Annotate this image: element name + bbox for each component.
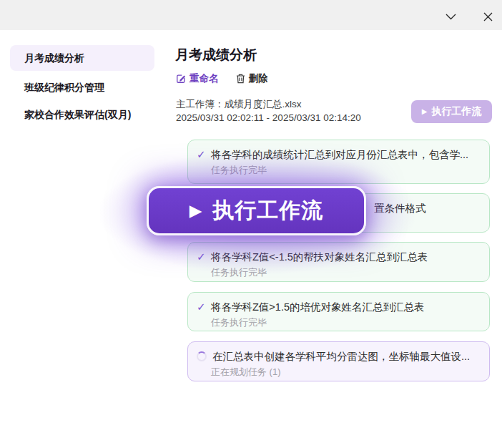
run-workflow-small-label: 执行工作流 (431, 105, 481, 118)
task-status: 正在规划任务 (1) (211, 366, 481, 379)
task-card-3[interactable]: ✓ 将各学科Z值<-1.5的帮扶对象姓名汇总到汇总表 任务执行完毕 (187, 242, 490, 282)
task-status: 任务执行完毕 (211, 164, 481, 177)
workbook-info: 主工作簿：成绩月度汇总.xlsx (176, 98, 302, 111)
task-text: 将各学科Z值<-1.5的帮扶对象姓名汇总到汇总表 (211, 250, 428, 263)
task-card-4[interactable]: ✓ 将各学科Z值>1.5的培优对象姓名汇总到汇总表 任务执行完毕 (187, 292, 490, 331)
time-range: 2025/03/31 02:02:11 - 2025/03/31 02:14:2… (176, 112, 361, 123)
action-bar: 重命名 删除 (176, 72, 268, 85)
spinner-icon (197, 351, 207, 361)
task-text: 将各学科Z值>1.5的培优对象姓名汇总到汇总表 (211, 301, 424, 313)
page-title: 月考成绩分析 (175, 46, 257, 64)
chevron-down-icon (446, 14, 456, 20)
workflow-panel-window: 月考成绩分析 班级纪律积分管理 家校合作效果评估(双月) 月考成绩分析 重命名 … (0, 0, 502, 448)
delete-button[interactable]: 删除 (236, 72, 268, 85)
sidebar-item-home-school-evaluation[interactable]: 家校合作效果评估(双月) (10, 102, 154, 127)
check-icon: ✓ (197, 148, 211, 161)
play-icon: ▶ (190, 203, 202, 219)
play-icon: ▶ (422, 108, 428, 115)
sidebar-item-monthly-exam-analysis[interactable]: 月考成绩分析 (10, 45, 154, 71)
rename-button[interactable]: 重命名 (176, 72, 219, 85)
edit-icon (176, 74, 186, 84)
sidebar-item-class-discipline-points[interactable]: 班级纪律积分管理 (10, 74, 154, 100)
check-icon: ✓ (197, 301, 211, 313)
task-text: 将各学科的成绩统计汇总到对应月份汇总表中，包含学... (211, 148, 468, 161)
titlebar (0, 0, 502, 30)
task-status: 任务执行完毕 (211, 266, 481, 279)
task-text: 在汇总表中创建各学科平均分雷达图，坐标轴最大值设... (212, 350, 470, 363)
task-card-1[interactable]: ✓ 将各学科的成绩统计汇总到对应月份汇总表中，包含学... 任务执行完毕 (187, 140, 490, 184)
task-text: 置条件格式 (374, 202, 426, 215)
delete-label: 删除 (249, 72, 268, 85)
check-icon: ✓ (197, 250, 211, 263)
close-button[interactable] (477, 6, 498, 27)
run-workflow-button-small[interactable]: ▶ 执行工作流 (411, 100, 492, 123)
close-icon (483, 12, 493, 21)
rename-label: 重命名 (190, 72, 219, 85)
run-workflow-overlay-button[interactable]: ▶ 执行工作流 (147, 186, 366, 235)
task-status: 任务执行完毕 (211, 316, 481, 329)
trash-icon (236, 74, 245, 84)
task-card-5[interactable]: 在汇总表中创建各学科平均分雷达图，坐标轴最大值设... 正在规划任务 (1) (187, 341, 490, 381)
collapse-button[interactable] (440, 6, 461, 27)
run-workflow-overlay-label: 执行工作流 (212, 196, 323, 225)
